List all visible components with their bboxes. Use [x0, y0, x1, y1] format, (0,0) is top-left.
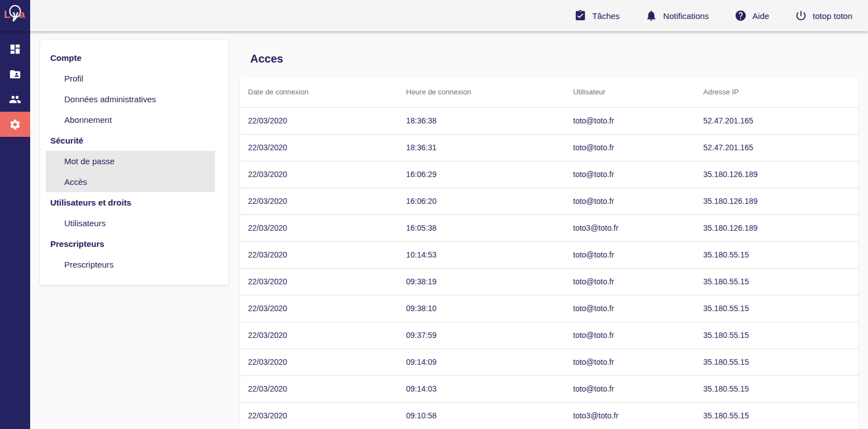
nav-section-utilisateurs-droits: Utilisateurs et droits [40, 192, 228, 213]
cell-user: toto@toto.fr [565, 107, 695, 134]
cell-date: 22/03/2020 [240, 375, 398, 402]
logo-letter-y: y [13, 8, 19, 20]
logo-letter-a: a [19, 8, 25, 20]
cell-ip: 35.180.55.15 [695, 375, 859, 402]
help-icon [735, 9, 747, 22]
cell-date: 22/03/2020 [240, 241, 398, 268]
nav-item-utilisateurs[interactable]: Utilisateurs [40, 213, 228, 233]
cell-ip: 35.180.55.15 [695, 241, 859, 268]
cell-date: 22/03/2020 [240, 134, 398, 161]
cell-user: toto@toto.fr [565, 349, 695, 375]
access-log-card: Date de connexion Heure de connexion Uti… [240, 77, 859, 429]
cell-time: 09:38:10 [398, 295, 565, 322]
settings-icon [9, 118, 21, 131]
nav-section-securite: Sécurité [40, 130, 228, 151]
logo-letter-l: L [4, 8, 11, 20]
nav-item-prescripteurs[interactable]: Prescripteurs [40, 254, 228, 275]
cell-time: 16:06:20 [398, 188, 565, 214]
cell-date: 22/03/2020 [240, 349, 398, 375]
header-utilisateur: Utilisateur [565, 77, 695, 107]
cell-user: toto@toto.fr [565, 241, 695, 268]
cell-ip: 35.180.55.15 [695, 322, 859, 349]
cell-time: 09:38:19 [398, 268, 565, 295]
cell-time: 16:05:38 [398, 214, 565, 241]
cell-ip: 35.180.55.15 [695, 349, 859, 375]
app-logo[interactable]: L y a [0, 0, 30, 31]
nav-section-compte: Compte [40, 47, 228, 68]
table-row: 22/03/2020 10:14:53 toto@toto.fr 35.180.… [240, 241, 859, 268]
cell-date: 22/03/2020 [240, 188, 398, 214]
nav-item-abonnement[interactable]: Abonnement [40, 109, 228, 130]
cell-user: toto@toto.fr [565, 134, 695, 161]
cell-date: 22/03/2020 [240, 268, 398, 295]
table-row: 22/03/2020 16:06:29 toto@toto.fr 35.180.… [240, 161, 859, 188]
table-row: 22/03/2020 16:05:38 toto3@toto.fr 35.180… [240, 214, 859, 241]
topbar-menu: Tâches Notifications Aide totop toton [549, 9, 868, 22]
cell-user: toto@toto.fr [565, 322, 695, 349]
nav-item-profil[interactable]: Profil [40, 68, 228, 89]
nav-item-donnees-administratives[interactable]: Données administratives [40, 89, 228, 109]
table-row: 22/03/2020 09:38:10 toto@toto.fr 35.180.… [240, 295, 859, 322]
cell-ip: 52.47.201.165 [695, 107, 859, 134]
cell-time: 09:14:09 [398, 349, 565, 375]
table-row: 22/03/2020 09:14:09 toto@toto.fr 35.180.… [240, 349, 859, 375]
cell-time: 09:10:58 [398, 402, 565, 429]
nav-active-group: Mot de passe Accès [46, 151, 215, 192]
folder-shared-icon [9, 68, 21, 80]
cell-time: 18:36:31 [398, 134, 565, 161]
access-log-table: Date de connexion Heure de connexion Uti… [240, 77, 859, 429]
table-row: 22/03/2020 18:36:38 toto@toto.fr 52.47.2… [240, 107, 859, 134]
cell-date: 22/03/2020 [240, 107, 398, 134]
cell-ip: 52.47.201.165 [695, 134, 859, 161]
icon-rail [0, 31, 30, 429]
cell-ip: 35.180.126.189 [695, 214, 859, 241]
page-title: Acces [250, 51, 283, 66]
notifications-menu-item[interactable]: Notifications [645, 9, 709, 22]
cell-time: 18:36:38 [398, 107, 565, 134]
table-row: 22/03/2020 16:06:20 toto@toto.fr 35.180.… [240, 188, 859, 214]
cell-user: toto3@toto.fr [565, 214, 695, 241]
power-icon [795, 9, 807, 22]
username-label: totop toton [813, 11, 852, 21]
cell-ip: 35.180.55.15 [695, 268, 859, 295]
cell-user: toto3@toto.fr [565, 402, 695, 429]
nav-item-acces[interactable]: Accès [46, 171, 215, 192]
nav-item-mot-de-passe[interactable]: Mot de passe [46, 151, 215, 171]
tasks-icon [574, 9, 586, 22]
cell-date: 22/03/2020 [240, 322, 398, 349]
header-adresse-ip: Adresse IP [695, 77, 859, 107]
cell-ip: 35.180.126.189 [695, 161, 859, 188]
nav-section-prescripteurs: Prescripteurs [40, 233, 228, 254]
rail-item-documents[interactable] [0, 61, 30, 87]
cell-date: 22/03/2020 [240, 214, 398, 241]
cell-time: 09:37:59 [398, 322, 565, 349]
logout-menu-item[interactable]: totop toton [795, 9, 852, 22]
cell-user: toto@toto.fr [565, 188, 695, 214]
cell-user: toto@toto.fr [565, 268, 695, 295]
cell-ip: 35.180.126.189 [695, 188, 859, 214]
table-row: 22/03/2020 18:36:31 toto@toto.fr 52.47.2… [240, 134, 859, 161]
cell-time: 09:14:03 [398, 375, 565, 402]
settings-nav-card: Compte Profil Données administratives Ab… [40, 40, 228, 285]
table-header-row: Date de connexion Heure de connexion Uti… [240, 77, 859, 107]
notifications-icon [645, 9, 657, 22]
rail-item-contacts[interactable] [0, 87, 30, 112]
cell-date: 22/03/2020 [240, 295, 398, 322]
tasks-menu-item[interactable]: Tâches [574, 9, 619, 22]
dashboard-icon [9, 43, 21, 55]
cell-time: 10:14:53 [398, 241, 565, 268]
topbar: L y a Tâches Notifications Aide [0, 0, 868, 31]
help-label: Aide [752, 11, 769, 21]
table-row: 22/03/2020 09:14:03 toto@toto.fr 35.180.… [240, 375, 859, 402]
rail-item-settings[interactable] [0, 112, 30, 137]
header-date-de-connexion: Date de connexion [240, 77, 398, 107]
table-row: 22/03/2020 09:38:19 toto@toto.fr 35.180.… [240, 268, 859, 295]
cell-time: 16:06:29 [398, 161, 565, 188]
help-menu-item[interactable]: Aide [735, 9, 769, 22]
rail-item-dashboard[interactable] [0, 36, 30, 61]
table-row: 22/03/2020 09:10:58 toto3@toto.fr 35.180… [240, 402, 859, 429]
notifications-label: Notifications [663, 11, 709, 21]
cell-user: toto@toto.fr [565, 161, 695, 188]
cell-user: toto@toto.fr [565, 375, 695, 402]
lya-logo-icon: L y a [3, 4, 27, 27]
